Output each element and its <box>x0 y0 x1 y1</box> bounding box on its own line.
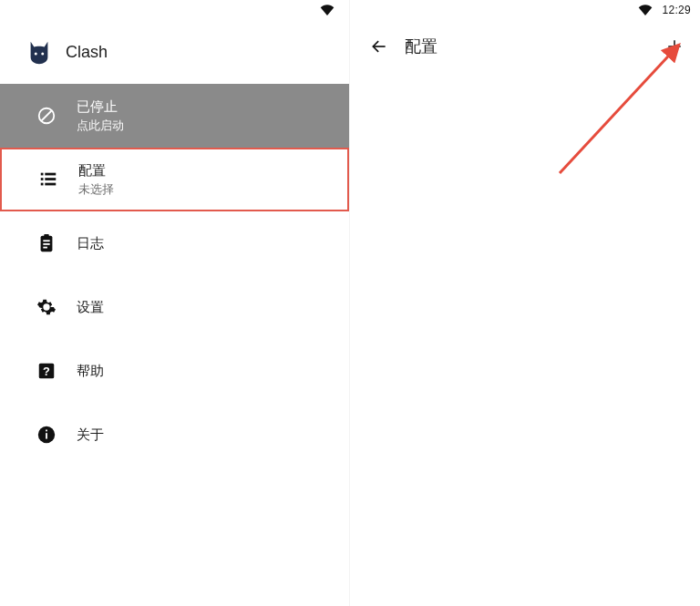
svg-rect-17 <box>46 433 47 438</box>
config-title: 配置 <box>78 161 114 180</box>
info-icon <box>36 425 57 445</box>
svg-rect-5 <box>45 173 56 176</box>
svg-rect-4 <box>41 173 44 176</box>
gear-icon <box>36 297 57 317</box>
help-title: 帮助 <box>77 362 104 380</box>
menu-item-about[interactable]: 关于 <box>0 403 349 467</box>
statusbar-right: 12:29 <box>350 0 700 20</box>
status-title: 已停止 <box>77 98 124 116</box>
about-title: 关于 <box>77 426 104 444</box>
svg-line-3 <box>42 111 52 121</box>
annotation-arrow-icon <box>350 27 700 301</box>
svg-text:?: ? <box>43 365 50 378</box>
svg-rect-18 <box>46 430 47 432</box>
status-card[interactable]: 已停止 点此启动 <box>0 84 349 148</box>
add-config-button[interactable] <box>662 34 687 59</box>
back-button[interactable] <box>366 34 392 59</box>
svg-rect-7 <box>45 178 56 180</box>
app-title: Clash <box>66 43 108 62</box>
app-header: Clash <box>0 20 349 78</box>
svg-rect-8 <box>41 183 44 186</box>
stopped-icon <box>36 106 57 126</box>
svg-rect-12 <box>43 243 49 245</box>
clock: 12:29 <box>662 4 691 16</box>
logs-title: 日志 <box>77 234 104 252</box>
wifi-icon <box>638 5 653 15</box>
wifi-icon <box>320 5 335 15</box>
settings-title: 设置 <box>77 298 104 316</box>
svg-rect-13 <box>43 247 47 249</box>
menu-item-config[interactable]: 配置 未选择 <box>0 148 349 211</box>
svg-point-1 <box>41 52 44 55</box>
clash-main-screen: Clash 已停止 点此启动 配置 未选择 <box>0 0 350 606</box>
menu-item-settings[interactable]: 设置 <box>0 275 349 339</box>
menu-item-logs[interactable]: 日志 <box>0 211 349 275</box>
svg-point-0 <box>35 52 37 55</box>
clash-logo-icon <box>26 38 53 66</box>
statusbar-left <box>0 0 349 20</box>
clipboard-icon <box>36 233 57 253</box>
help-icon: ? <box>36 361 57 381</box>
config-header: 配置 <box>350 20 700 66</box>
svg-rect-9 <box>45 183 56 186</box>
status-subtitle: 点此启动 <box>77 118 124 134</box>
config-screen: 12:29 配置 <box>350 0 700 606</box>
svg-rect-10 <box>44 234 49 238</box>
config-subtitle: 未选择 <box>78 181 114 198</box>
config-screen-title: 配置 <box>405 36 662 57</box>
svg-rect-6 <box>41 178 44 180</box>
menu-item-help[interactable]: ? 帮助 <box>0 339 349 403</box>
svg-rect-11 <box>43 240 49 241</box>
list-icon <box>38 169 58 190</box>
